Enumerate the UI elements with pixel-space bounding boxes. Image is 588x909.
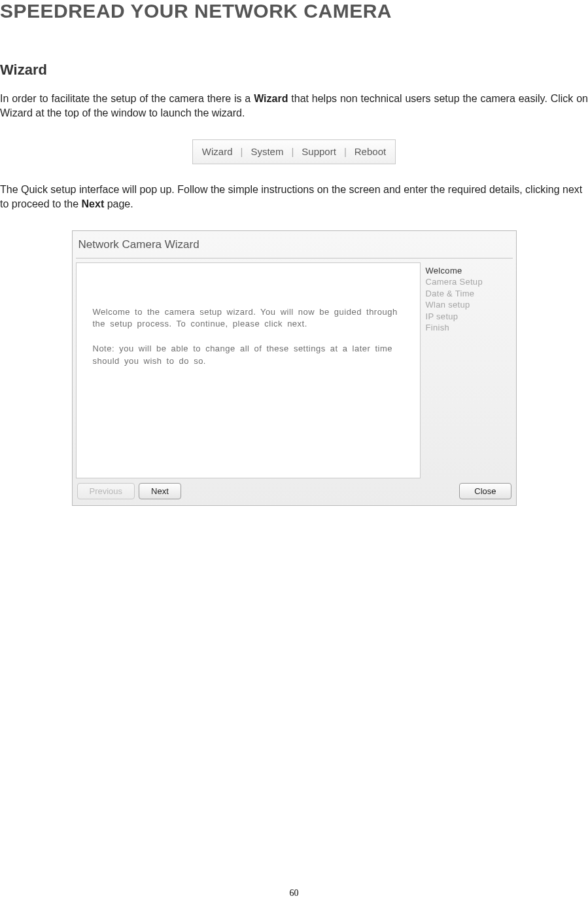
close-button[interactable]: Close xyxy=(459,483,511,499)
nav-separator: | xyxy=(344,146,347,157)
wizard-step-finish: Finish xyxy=(426,322,511,334)
wizard-step-date-time: Date & Time xyxy=(426,288,511,300)
wizard-steps-list: Welcome Camera Setup Date & Time Wlan se… xyxy=(424,262,513,478)
nav-bar: Wizard | System | Support | Reboot xyxy=(192,139,396,164)
nav-link-system[interactable]: System xyxy=(251,146,283,157)
second-para-post: page. xyxy=(104,198,133,209)
wizard-step-camera-setup: Camera Setup xyxy=(426,276,511,288)
wizard-dialog: Network Camera Wizard Welcome to the cam… xyxy=(72,230,517,506)
intro-paragraph: In order to facilitate the setup of the … xyxy=(0,92,588,121)
second-paragraph: The Quick setup interface will pop up. F… xyxy=(0,183,588,212)
wizard-step-ip-setup: IP setup xyxy=(426,311,511,323)
nav-separator: | xyxy=(241,146,243,157)
wizard-step-wlan-setup: Wlan setup xyxy=(426,299,511,311)
second-para-bold-next: Next xyxy=(82,198,105,209)
page-number: 60 xyxy=(0,888,588,899)
nav-link-wizard[interactable]: Wizard xyxy=(202,146,233,157)
wizard-body-paragraph-1: Welcome to the camera setup wizard. You … xyxy=(93,306,407,331)
intro-bold-wizard: Wizard xyxy=(254,93,288,104)
wizard-dialog-title: Network Camera Wizard xyxy=(76,234,513,258)
nav-link-reboot[interactable]: Reboot xyxy=(355,146,386,157)
wizard-main-pane: Welcome to the camera setup wizard. You … xyxy=(76,262,421,478)
section-heading-wizard: Wizard xyxy=(0,62,588,79)
intro-text-pre: In order to facilitate the setup of the … xyxy=(0,93,254,104)
next-button[interactable]: Next xyxy=(139,483,181,499)
nav-link-support[interactable]: Support xyxy=(302,146,336,157)
nav-separator: | xyxy=(291,146,294,157)
page-title: SPEEDREAD YOUR NETWORK CAMERA xyxy=(0,0,588,22)
previous-button: Previous xyxy=(77,483,135,499)
wizard-body-paragraph-2: Note: you will be able to change all of … xyxy=(93,343,407,368)
wizard-step-welcome: Welcome xyxy=(426,265,511,277)
wizard-footer: Previous Next Close xyxy=(76,478,513,502)
